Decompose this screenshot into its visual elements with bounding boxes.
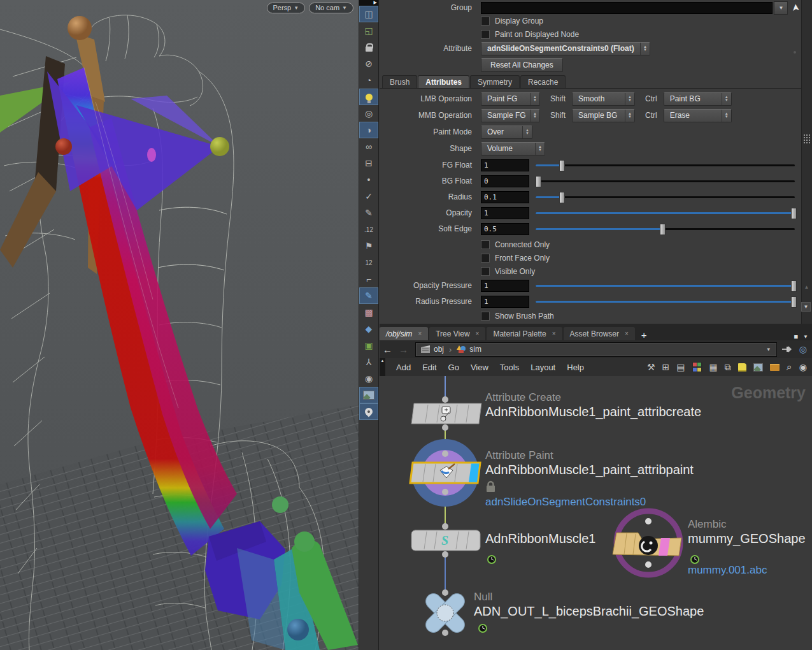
tab-brush[interactable]: Brush (382, 75, 417, 89)
toolbar-expand-icon[interactable]: ▶ (359, 0, 378, 6)
scroll-down-icon[interactable]: ▼ (801, 302, 811, 312)
paint-mode-select[interactable]: Over▲▼ (481, 126, 532, 139)
opacity-pressure-input[interactable] (481, 280, 529, 292)
mmb-operation-select[interactable]: Sample FG▲▼ (481, 109, 540, 122)
node-name-label[interactable]: AdnRibbonMuscle1 (485, 531, 595, 546)
radius-input[interactable] (481, 191, 529, 203)
headlight-icon[interactable]: ◎ (359, 105, 378, 122)
param-scrollbar[interactable]: ▲ ▼ (801, 0, 812, 324)
normals-icon[interactable]: ✎ (359, 205, 378, 221)
soft-edge-input[interactable] (481, 223, 529, 235)
wind-icon[interactable]: ⅄ (359, 354, 378, 370)
pane-handle-icon[interactable]: ▲ (380, 358, 385, 376)
location-pin-icon[interactable] (359, 403, 378, 420)
node-attribpaint[interactable] (410, 439, 495, 507)
node-file-link[interactable]: mummy.001.abc (688, 564, 767, 577)
lmb-ctrl-select[interactable]: Paint BG▲▼ (664, 92, 732, 106)
camera-persp-button[interactable]: Persp▼ (267, 3, 306, 13)
opacity-pressure-slider[interactable] (536, 280, 795, 291)
tools-icon[interactable]: ⚒ (647, 362, 655, 372)
bg-float-input[interactable] (481, 175, 529, 187)
lock-icon[interactable] (359, 39, 378, 55)
back-icon[interactable]: ← (383, 344, 392, 355)
tree-structure-icon[interactable]: ⊞ (662, 362, 670, 372)
view-glasses-icon[interactable]: ∞ (359, 138, 378, 155)
point-numbers-icon[interactable]: .12 (359, 221, 378, 238)
bg-float-slider[interactable] (536, 175, 795, 187)
radius-slider[interactable] (536, 191, 795, 203)
paint-displayed-checkbox[interactable] (481, 30, 490, 39)
menu-view[interactable]: View (465, 363, 494, 372)
mmb-ctrl-select[interactable]: Erase▲▼ (664, 109, 732, 122)
group-box-icon[interactable]: ▣ (359, 337, 378, 354)
shape-select[interactable]: Volume▲▼ (481, 142, 545, 155)
blue-sphere[interactable] (287, 619, 309, 640)
node-muscle[interactable]: S (411, 523, 495, 563)
viewport-canvas[interactable] (0, 0, 359, 650)
radius-pressure-slider[interactable] (536, 296, 795, 307)
hide-objects-icon[interactable]: ⊘ (359, 55, 378, 72)
prim-markers-icon[interactable]: ⚑ (359, 238, 378, 254)
follow-focus-icon[interactable]: ◎ (799, 344, 807, 354)
attribute-select[interactable]: adnSlideOnSegmentConstraints0 (Float) ▲▼ (481, 42, 650, 55)
maximize-pane-icon[interactable]: ■ (794, 333, 798, 340)
texture-checker-icon[interactable]: ▩ (359, 304, 378, 321)
grid-view-icon[interactable]: ▦ (709, 362, 718, 372)
opacity-slider[interactable] (536, 207, 795, 219)
tab-attributes[interactable]: Attributes (418, 75, 469, 89)
tab-tree-view[interactable]: Tree View× (429, 327, 485, 340)
fg-float-input[interactable] (481, 159, 529, 171)
new-tab-button[interactable]: + (636, 329, 652, 340)
display-light-icon[interactable] (359, 89, 378, 105)
color-palette-icon[interactable] (692, 362, 702, 372)
pin-path-icon[interactable] (782, 345, 793, 353)
visible-only-checkbox[interactable] (481, 267, 490, 276)
close-icon[interactable]: × (418, 330, 422, 337)
menu-edit[interactable]: Edit (417, 363, 442, 372)
lmb-shift-select[interactable]: Smooth▲▼ (572, 92, 635, 106)
node-alembic[interactable] (613, 511, 699, 575)
point-display-icon[interactable]: • (359, 171, 378, 188)
brown-sphere[interactable] (68, 16, 92, 40)
eye-icon[interactable]: ◉ (799, 362, 807, 372)
shaded-mode-icon[interactable]: ◑ (359, 122, 378, 138)
pane-grip[interactable] (803, 134, 811, 144)
diamond-marker-icon[interactable]: ◆ (359, 321, 378, 337)
prim-numbers-icon[interactable]: 12 (359, 254, 378, 271)
show-brush-path-checkbox[interactable] (481, 312, 490, 321)
tab-material-palette[interactable]: Material Palette× (487, 327, 562, 340)
scroll-up-icon[interactable]: ▲ (802, 283, 811, 291)
select-arrow-icon[interactable]: ➤ (790, 3, 802, 12)
hull-display-icon[interactable]: ⌐ (359, 271, 378, 287)
menu-layout[interactable]: Layout (525, 363, 561, 372)
red-sphere[interactable] (55, 138, 72, 155)
close-icon[interactable]: × (552, 330, 556, 337)
node-name-label[interactable]: ADN_OUT_L_bicepsBrachii_GEOShape (474, 604, 704, 619)
image-plane-icon[interactable] (359, 387, 378, 403)
fg-float-slider[interactable] (536, 159, 795, 171)
tab-symmetry[interactable]: Symmetry (470, 75, 520, 89)
tab-obj-sim[interactable]: /obj/sim× (380, 327, 428, 340)
snap-options-icon[interactable]: ◱ (359, 22, 378, 39)
tab-recache[interactable]: Recache (520, 75, 566, 89)
node-attribcreate[interactable] (411, 396, 481, 431)
opacity-input[interactable] (481, 207, 529, 219)
magenta-marker[interactable] (147, 148, 156, 162)
yellow-green-sphere[interactable] (210, 137, 229, 156)
clock-icon[interactable]: ◔ (359, 72, 378, 89)
group-input[interactable] (481, 2, 773, 14)
soft-edge-slider[interactable] (536, 223, 795, 235)
reset-all-changes-button[interactable]: Reset All Changes (481, 58, 563, 72)
forward-icon[interactable]: → (399, 344, 408, 355)
node-attribute-link[interactable]: adnSlideOnSegmentConstraints0 (485, 496, 646, 509)
ghost-objects-icon[interactable]: ⊟ (359, 155, 378, 171)
menu-tools[interactable]: Tools (494, 363, 525, 372)
connected-only-checkbox[interactable] (481, 240, 490, 249)
path-sim-segment[interactable]: sim (454, 345, 484, 354)
marker-check-icon[interactable]: ✓ (359, 188, 378, 205)
spinner-icon[interactable]: ▲▼ (640, 43, 650, 55)
mmb-shift-select[interactable]: Sample BG▲▼ (572, 109, 635, 122)
node-name-label[interactable]: AdnRibbonMuscle1_paint_attribpaint (485, 463, 694, 477)
add-image-icon[interactable] (753, 363, 763, 372)
display-group-checkbox[interactable] (481, 17, 490, 25)
